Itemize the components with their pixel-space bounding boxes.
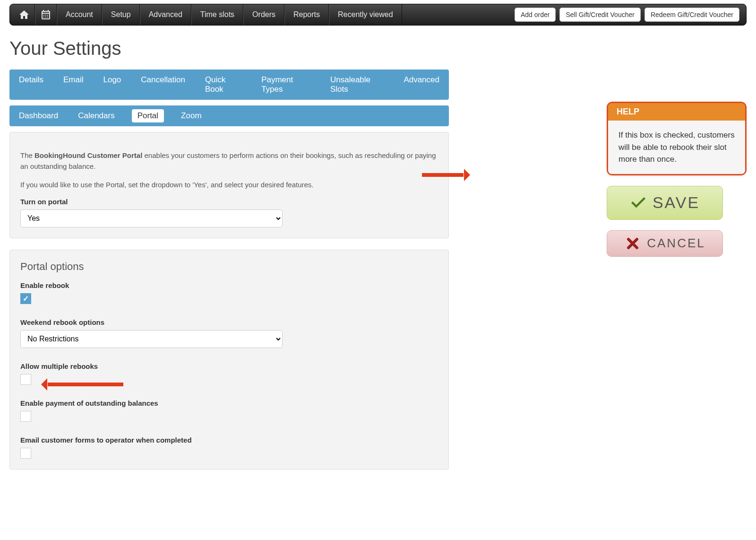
turn-on-portal-select[interactable]: Yes — [20, 209, 283, 227]
svg-rect-1 — [45, 15, 46, 16]
sell-voucher-button[interactable]: Sell Gift/Credit Voucher — [559, 8, 641, 22]
tab-unsaleable[interactable]: Unsaleable Slots — [327, 73, 387, 96]
allow-multiple-checkbox[interactable] — [20, 374, 31, 385]
email-forms-label: Email customer forms to operator when co… — [20, 436, 438, 444]
save-button[interactable]: SAVE — [607, 186, 723, 220]
nav-orders[interactable]: Orders — [243, 4, 284, 25]
check-icon — [630, 194, 647, 211]
svg-rect-4 — [45, 17, 46, 17]
tab-cancellation[interactable]: Cancellation — [138, 73, 188, 96]
svg-rect-5 — [47, 17, 48, 17]
nav-reports[interactable]: Reports — [284, 4, 329, 25]
add-order-button[interactable]: Add order — [515, 8, 556, 22]
nav-account[interactable]: Account — [57, 4, 102, 25]
top-nav: Account Setup Advanced Time slots Orders… — [9, 4, 747, 26]
svg-rect-0 — [43, 15, 44, 16]
nav-recent[interactable]: Recently viewed — [329, 4, 402, 25]
annotation-arrow-left — [48, 383, 123, 386]
subtab-calendars[interactable]: Calendars — [75, 109, 118, 122]
turn-on-portal-label: Turn on portal — [20, 198, 438, 206]
redeem-voucher-button[interactable]: Redeem Gift/Credit Voucher — [644, 8, 739, 22]
enable-rebook-label: Enable rebook — [20, 281, 438, 289]
subtab-portal[interactable]: Portal — [132, 109, 164, 122]
help-title: HELP — [608, 103, 745, 121]
tab-logo[interactable]: Logo — [100, 73, 124, 96]
weekend-rebook-label: Weekend rebook options — [20, 318, 438, 326]
enable-rebook-checkbox[interactable] — [20, 293, 31, 304]
portal-options-panel: Portal options Enable rebook Weekend reb… — [9, 250, 449, 470]
enable-payment-checkbox[interactable] — [20, 411, 31, 422]
nav-setup[interactable]: Setup — [102, 4, 140, 25]
svg-rect-3 — [43, 17, 44, 17]
tab-paymenttypes[interactable]: Payment Types — [258, 73, 313, 96]
help-box: HELP If this box is checked, customers w… — [607, 102, 747, 175]
home-icon[interactable] — [14, 4, 35, 25]
email-forms-checkbox[interactable] — [20, 448, 31, 459]
subtab-zoom[interactable]: Zoom — [178, 109, 204, 122]
intro-text: The BookingHound Customer Portal enables… — [20, 150, 438, 172]
portal-intro-panel: The BookingHound Customer Portal enables… — [9, 132, 449, 238]
subtab-dashboard[interactable]: Dashboard — [16, 109, 61, 122]
settings-tabs: Details Email Logo Cancellation Quick Bo… — [9, 70, 449, 100]
help-body: If this box is checked, customers will b… — [608, 121, 745, 174]
allow-multiple-label: Allow multiple rebooks — [20, 362, 438, 370]
tab-quickbook[interactable]: Quick Book — [202, 73, 244, 96]
subsettings-tabs: Dashboard Calendars Portal Zoom — [9, 105, 449, 126]
calendar-icon[interactable] — [35, 4, 57, 25]
portal-options-heading: Portal options — [20, 261, 438, 273]
page-title: Your Settings — [9, 38, 747, 59]
annotation-arrow-right — [422, 173, 464, 177]
weekend-rebook-select[interactable]: No Restrictions — [20, 330, 283, 348]
tab-advanced[interactable]: Advanced — [401, 73, 442, 96]
svg-rect-2 — [47, 15, 48, 16]
close-icon — [624, 235, 641, 252]
enable-payment-label: Enable payment of outstanding balances — [20, 399, 438, 407]
cancel-button[interactable]: CANCEL — [607, 230, 723, 257]
intro-text-2: If you would like to use the Portal, set… — [20, 179, 438, 190]
tab-email[interactable]: Email — [60, 73, 86, 96]
nav-advanced[interactable]: Advanced — [140, 4, 191, 25]
nav-timeslots[interactable]: Time slots — [191, 4, 243, 25]
tab-details[interactable]: Details — [16, 73, 46, 96]
